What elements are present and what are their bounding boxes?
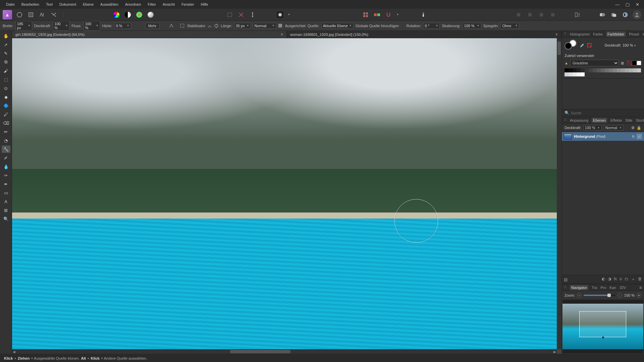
document-tab-2[interactable]: woman-1836601_1920.jpg [Geändert] (150,0…: [287, 31, 561, 38]
layer-gear-icon[interactable]: ⚙: [631, 126, 635, 130]
flood-tool-icon[interactable]: ◆: [2, 93, 10, 101]
scroll-handle[interactable]: [230, 350, 290, 353]
more-button[interactable]: Mehr: [145, 23, 160, 29]
navigator-viewport-rect[interactable]: [579, 311, 626, 337]
menu-ansicht[interactable]: Ansicht: [159, 1, 178, 8]
tab-navigator[interactable]: Navigator: [570, 285, 588, 290]
zoom-locate-icon[interactable]: ·: [618, 293, 622, 298]
gradient-adjust-icon[interactable]: [147, 11, 155, 19]
clone-tool-icon[interactable]: ✏: [2, 128, 10, 135]
layer-add-icon[interactable]: ＋: [631, 277, 635, 282]
swatch[interactable]: [593, 68, 597, 72]
magnet-dropdown-icon[interactable]: ▼: [396, 13, 399, 16]
color-picker-tool-icon[interactable]: ✎: [2, 50, 10, 57]
swatch[interactable]: [625, 68, 629, 72]
tab-channels[interactable]: Kan: [609, 286, 616, 290]
swatch[interactable]: [581, 68, 585, 72]
vertical-scrollbar[interactable]: [557, 38, 561, 349]
pen-tool-icon[interactable]: ✑: [2, 172, 10, 179]
swatch[interactable]: [569, 68, 573, 72]
erase-tool-icon[interactable]: ⌫: [2, 119, 10, 127]
align-3-icon[interactable]: [537, 11, 545, 19]
tab-histogram[interactable]: Histogramm: [570, 32, 590, 36]
swatch[interactable]: [633, 68, 637, 72]
aligned-checkbox[interactable]: [278, 24, 282, 27]
gradient-tool-icon[interactable]: 🔷: [2, 102, 10, 109]
tab-brushes[interactable]: Pinsel: [629, 32, 639, 36]
heal-tool-icon[interactable]: 🔧: [2, 145, 10, 153]
tab-1-close-icon[interactable]: ×: [280, 32, 283, 37]
layer-group-icon[interactable]: ▤: [564, 277, 568, 282]
panel-menu-icon[interactable]: ≡: [639, 285, 642, 290]
swatch[interactable]: [621, 68, 625, 72]
tab-swatches[interactable]: Farbfelder: [606, 32, 626, 37]
menu-auswaehlen[interactable]: Auswählen: [97, 1, 122, 8]
layer-opacity-dropdown[interactable]: 100 %▼: [583, 125, 602, 130]
swatch[interactable]: [581, 72, 585, 76]
swatch[interactable]: [609, 68, 613, 72]
color-wheel-icon[interactable]: [112, 11, 120, 19]
menu-dokument[interactable]: Dokument: [56, 1, 79, 8]
close-icon[interactable]: ✕: [636, 2, 639, 7]
lasso-cut-icon[interactable]: [237, 11, 245, 19]
layer-folder-icon[interactable]: 🗀: [625, 277, 629, 282]
hsl-adjust-icon[interactable]: [135, 11, 143, 19]
swatch[interactable]: [589, 68, 593, 72]
scroll-left-icon[interactable]: ◀: [13, 350, 15, 354]
swatch[interactable]: [617, 68, 621, 72]
swatch[interactable]: [637, 68, 641, 72]
zoom-slider-handle[interactable]: [607, 294, 611, 297]
flow-dropdown[interactable]: 100 %▼: [84, 21, 100, 31]
tab-32v[interactable]: 32V: [620, 286, 626, 290]
swatch[interactable]: [577, 72, 581, 76]
fg-bg-color-icon[interactable]: [565, 40, 577, 51]
rotation-dropdown[interactable]: 0 °▼: [423, 23, 440, 29]
layer-visibility-checkbox[interactable]: ✓: [637, 134, 642, 139]
layer-row[interactable]: Hintergrund (Pixel) ⎘ ✓: [562, 132, 644, 141]
smudge-tool-icon[interactable]: ◔: [2, 137, 10, 144]
layer-fx-icon[interactable]: fx: [614, 277, 617, 282]
swatch[interactable]: [629, 68, 633, 72]
menu-fenster[interactable]: Fenster: [178, 1, 197, 8]
text-cursor-icon[interactable]: [249, 11, 257, 19]
crop-tool-icon[interactable]: ⧉: [2, 58, 10, 66]
navigator-preview[interactable]: [562, 300, 643, 353]
swatch-none-icon[interactable]: [627, 61, 632, 65]
zoom-tool-icon[interactable]: 🔍: [2, 215, 10, 223]
marquee-tool-icon[interactable]: ⬚: [2, 76, 10, 83]
opacity-dropdown[interactable]: 100 %▼: [53, 21, 69, 31]
hardness-dropdown[interactable]: 0 %▼: [114, 23, 131, 29]
swatch[interactable]: [569, 72, 573, 76]
mask-dropdown-icon[interactable]: ▼: [287, 13, 290, 16]
align-4-icon[interactable]: [549, 11, 557, 19]
mesh-tool-icon[interactable]: ⊞: [2, 206, 10, 214]
panel-grip-icon[interactable]: ⠿: [564, 285, 567, 290]
palette-select[interactable]: Grautöne: [570, 60, 619, 66]
zoom-slider[interactable]: [584, 295, 615, 296]
tab-adjustment[interactable]: Anpassung: [570, 118, 588, 122]
swatch[interactable]: [637, 61, 641, 65]
swatch[interactable]: [601, 68, 605, 72]
tab-protocol[interactable]: Pro: [600, 286, 606, 290]
tab-color[interactable]: Farbe: [593, 32, 603, 36]
blend-mode-dropdown[interactable]: Normal▼: [253, 23, 276, 29]
swatch[interactable]: [573, 68, 577, 72]
marquee-icon[interactable]: [226, 11, 234, 19]
retouch-tool-icon[interactable]: ✒: [2, 180, 10, 188]
swatch[interactable]: [585, 68, 589, 72]
swatch[interactable]: [605, 68, 609, 72]
panel-menu-icon[interactable]: ≡: [642, 32, 644, 37]
document-tab-1[interactable]: girl-1869552_1920.jpg [Geändert] (64,5%)…: [12, 31, 287, 38]
blend-3-icon[interactable]: [621, 11, 629, 19]
menu-anordnen[interactable]: Anordnen: [122, 1, 145, 8]
hand-tool-icon[interactable]: ✋: [2, 32, 10, 40]
zoom-in-icon[interactable]: +: [637, 293, 641, 298]
tab-layers[interactable]: Ebenen: [592, 118, 607, 123]
blend-2-icon[interactable]: [610, 11, 618, 19]
dodge-tool-icon[interactable]: 💧: [2, 163, 10, 170]
add-global-source-button[interactable]: Globale Quelle hinzufügen: [356, 24, 399, 28]
width-dropdown[interactable]: 185 px▼: [15, 21, 32, 31]
layer-delete-icon[interactable]: 🗑: [638, 277, 642, 282]
info-icon[interactable]: [419, 11, 427, 19]
move-tool-icon[interactable]: ➚: [2, 41, 10, 48]
